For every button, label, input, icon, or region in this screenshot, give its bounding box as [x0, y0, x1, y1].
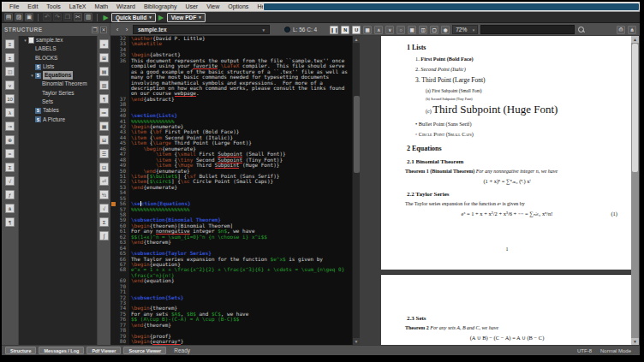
- insert-sqrt-icon[interactable]: √: [99, 204, 109, 213]
- undock-panel-icon[interactable]: ❐: [92, 27, 98, 33]
- track-circle-icon[interactable]: ○: [397, 26, 405, 34]
- insert-figure-icon[interactable]: ▦: [99, 122, 109, 131]
- copy-icon[interactable]: ❐: [63, 13, 72, 21]
- status-tab-pdf-viewer[interactable]: Pdf Viewer: [86, 347, 121, 354]
- search-input[interactable]: [480, 25, 575, 34]
- new-file-icon[interactable]: ▤: [4, 13, 13, 21]
- block-select-icon[interactable]: ▦: [363, 26, 372, 34]
- tree-item-sets[interactable]: Sets: [19, 98, 97, 106]
- insert-table-icon[interactable]: ⊟: [99, 135, 109, 145]
- code-editor[interactable]: 32\author{David P. Little}33\maketitle34…: [110, 36, 352, 345]
- scroll-up-icon[interactable]: ▲: [353, 36, 360, 43]
- presentation-icon[interactable]: ◉: [441, 26, 450, 34]
- close-panel-icon[interactable]: ✕: [100, 27, 107, 33]
- tree-item-sample-tex[interactable]: ▾sample.tex: [19, 36, 97, 45]
- expander-icon[interactable]: ▾: [29, 71, 35, 80]
- search-icon[interactable]: [577, 26, 586, 34]
- menu-item-bibliography[interactable]: Bibliography: [140, 2, 182, 12]
- status-tab-messages-log[interactable]: Messages / Log: [39, 347, 84, 354]
- forward-icon[interactable]: ›: [123, 26, 130, 33]
- scroll-down-icon[interactable]: ▼: [353, 338, 360, 345]
- print-icon[interactable]: ⎙: [617, 26, 625, 34]
- tree-item-equations[interactable]: ▾SEquations: [19, 71, 97, 80]
- status-tab-structure[interactable]: Structure: [5, 347, 36, 354]
- bookmark-next-icon[interactable]: N: [341, 26, 349, 34]
- code-line[interactable]: \end{theorem}: [129, 323, 171, 328]
- insert-section-icon[interactable]: ▤: [99, 67, 109, 76]
- detach-viewer-icon[interactable]: ⋔: [628, 26, 636, 34]
- code-line[interactable]: \end{abstract}: [129, 97, 175, 102]
- run-quick-build-icon[interactable]: ▶: [102, 13, 110, 21]
- scroll-up-icon[interactable]: ▲: [631, 36, 639, 43]
- run-view-pdf-icon[interactable]: ▶: [158, 13, 165, 21]
- menu-item-user[interactable]: User: [181, 2, 202, 12]
- code-line[interactable]: \end{enumerate}: [129, 185, 177, 190]
- expander-icon[interactable]: ▾: [22, 36, 28, 45]
- insert-chapter-icon[interactable]: ⊞: [99, 53, 109, 62]
- expand-all-icon[interactable]: ∨: [385, 26, 394, 34]
- scroll-down-icon[interactable]: ▼: [631, 338, 639, 345]
- menu-item-wizard[interactable]: Wizard: [112, 2, 140, 12]
- functions-panel-icon[interactable]: ƒ: [5, 190, 15, 199]
- insert-paragraph-icon[interactable]: ¶: [99, 94, 109, 104]
- editor-scrollbar-thumb[interactable]: [354, 96, 360, 173]
- relations-panel-icon[interactable]: ≈: [5, 149, 15, 158]
- code-line[interactable]: \end{equation}: [129, 278, 175, 283]
- code-line[interactable]: %%%%%%%%%%%%%%%%%%%: [129, 207, 190, 212]
- open-file-icon[interactable]: ▨: [15, 13, 23, 21]
- accents-panel-icon[interactable]: â: [5, 204, 15, 213]
- code-line[interactable]: \maketitle: [129, 41, 162, 46]
- save-icon[interactable]: ▣: [25, 13, 33, 21]
- arrows-panel-icon[interactable]: ⇒: [5, 122, 15, 131]
- insert-newline-icon[interactable]: ⏎: [99, 176, 109, 186]
- greek-letters-panel-icon[interactable]: ν: [5, 80, 15, 90]
- structure-panel-icon[interactable]: ≡: [5, 39, 15, 49]
- tree-item-labels[interactable]: LABELS: [19, 45, 97, 53]
- redo-icon[interactable]: ↷: [53, 13, 62, 21]
- tree-item-a-picture[interactable]: SA Picture: [19, 116, 97, 124]
- insert-label-icon[interactable]: +: [99, 39, 109, 49]
- back-icon[interactable]: ‹: [114, 26, 121, 33]
- menu-item-view[interactable]: View: [202, 2, 224, 12]
- operators-panel-icon[interactable]: ⊕: [5, 135, 15, 145]
- collapse-all-icon[interactable]: ∧: [374, 26, 383, 34]
- fit-width-icon[interactable]: ◫: [419, 26, 427, 34]
- insert-sum-icon[interactable]: Σ: [99, 217, 109, 227]
- menu-item-file[interactable]: File: [5, 2, 23, 12]
- tree-item-lists[interactable]: SLists: [19, 62, 97, 71]
- view-pdf-button[interactable]: View PDF▾: [167, 13, 206, 22]
- menu-item-options[interactable]: Options: [224, 2, 253, 12]
- menu-item-tools[interactable]: Tools: [42, 2, 64, 12]
- zoom-level-combo[interactable]: 72% ▾: [452, 25, 478, 34]
- pdf-scrollbar[interactable]: ▲ ▼: [631, 36, 639, 345]
- insert-subsection-icon[interactable]: ▥: [99, 80, 109, 90]
- undo-icon[interactable]: ↶: [43, 13, 51, 21]
- code-line[interactable]: \end{theorem}: [129, 240, 171, 245]
- tree-item-tables[interactable]: STables: [19, 106, 97, 115]
- menu-item-math[interactable]: Math: [91, 2, 113, 12]
- numbers-panel-icon[interactable]: 10: [5, 94, 15, 104]
- special-chars-panel-icon[interactable]: ¶: [5, 217, 15, 227]
- paste-icon[interactable]: ▥: [84, 13, 92, 21]
- lambda-panel-icon[interactable]: λ: [5, 108, 15, 117]
- insert-tabular-icon[interactable]: ☰: [99, 149, 109, 158]
- tree-item-taylor-series[interactable]: Taylor Series: [19, 89, 97, 98]
- insert-frac-icon[interactable]: ½: [99, 190, 109, 199]
- code-line[interactable]: \begin{eqnarray*}: [129, 339, 183, 344]
- fit-window-icon[interactable]: ▢: [430, 26, 438, 34]
- bookmark-toggle-icon[interactable]: ❙❙: [330, 26, 338, 34]
- delimiters-panel-icon[interactable]: Σ: [5, 163, 15, 172]
- pdf-scrollbar-thumb[interactable]: [632, 44, 638, 172]
- symbols-panel-icon[interactable]: ◫: [5, 67, 15, 76]
- menu-item-edit[interactable]: Edit: [23, 2, 42, 12]
- insert-item-icon[interactable]: ≔: [99, 108, 109, 117]
- open-document-combo[interactable]: sample.tex ▾: [133, 25, 270, 34]
- editor-scrollbar[interactable]: ▲ ▼: [352, 36, 360, 345]
- status-tab-source-viewer[interactable]: Source Viewer: [123, 347, 166, 354]
- tree-item-binomial-theorem[interactable]: Binomial Theorem: [19, 80, 97, 88]
- misc-math-panel-icon[interactable]: √: [5, 176, 15, 186]
- insert-matrix-icon[interactable]: ⊡: [99, 163, 109, 172]
- menu-item-latex[interactable]: LaTeX: [65, 2, 91, 12]
- tree-item-blocks[interactable]: BLOCKS: [19, 54, 97, 62]
- insert-integral-icon[interactable]: ∫: [99, 231, 109, 240]
